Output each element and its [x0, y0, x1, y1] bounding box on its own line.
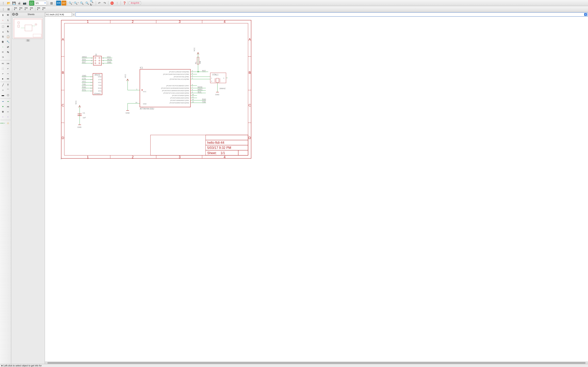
layout3-button[interactable] [24, 7, 29, 12]
wrench-tool[interactable]: 🔧 [6, 39, 10, 44]
svg-text:1: 1 [87, 20, 89, 24]
text-tool[interactable]: T [6, 83, 10, 87]
pinswap-tool[interactable]: ⇆ [6, 50, 10, 54]
zoom-out-button[interactable]: 🔍⁻ [69, 1, 73, 6]
horizontal-scrollbar[interactable] [45, 361, 588, 364]
status-bar: Left-click to select object to get info … [0, 364, 588, 367]
select-tool[interactable]: ⬚ [0, 24, 5, 29]
rect-tool[interactable]: ▬ [0, 93, 5, 98]
move-tool[interactable]: ✥ [6, 24, 10, 29]
mirror-tool[interactable]: ⟁ [0, 29, 5, 34]
svg-text:13: 13 [192, 101, 194, 103]
svg-text:(PCINT2/AIN1/ADC2)PA2: (PCINT2/AIN1/ADC2)PA2 [170, 97, 189, 99]
arc-tool[interactable]: ⌒ [6, 88, 10, 92]
invoke-tool[interactable]: ⊃ [0, 55, 5, 59]
net-tool[interactable]: ━ [6, 99, 10, 104]
svg-text:TXD: TXD [202, 101, 206, 103]
svg-text:4: 4 [224, 20, 226, 24]
copy-tool[interactable]: ⎘ [0, 34, 5, 39]
go-button[interactable]: ⋮ [115, 1, 120, 6]
sheet-thumbnail[interactable] [12, 17, 43, 39]
paste-tool[interactable]: 📋 [6, 34, 10, 39]
canvas-area: 0.1 inch (-0.2 4.4) ▫ ⊕ 1 2 3 4 1 2 3 4 [45, 12, 588, 364]
svg-text:1uF: 1uF [83, 117, 86, 119]
stop-button[interactable]: ⛔ [109, 1, 114, 6]
name-tool[interactable]: R2 [0, 61, 5, 66]
svg-text:3: 3 [91, 82, 92, 83]
sheets-close-button[interactable]: ✕ [12, 13, 15, 16]
redo-button[interactable]: ↷ [102, 1, 107, 6]
dim-tool[interactable]: ↔ [6, 71, 10, 76]
module-tool[interactable]: ▫ [0, 114, 5, 119]
ripup-tool[interactable]: ≔ [6, 76, 10, 81]
zoom-in-button[interactable]: 🔍⁺ [74, 1, 79, 6]
show-tool[interactable]: 👁 [6, 13, 10, 17]
zoom-fit-button[interactable]: 🔍 [79, 1, 84, 6]
svg-text:12: 12 [192, 99, 194, 100]
page-selector[interactable]: 1/1 [35, 1, 47, 5]
command-line-input[interactable] [76, 12, 588, 17]
zoom-select-button[interactable]: 🔍 [85, 1, 89, 6]
svg-text:2: 2 [91, 79, 92, 81]
junction-tool[interactable]: ✦ [0, 104, 5, 109]
coord-mode-button[interactable]: ▫ [72, 12, 75, 17]
poly-tool[interactable]: ⬠ [6, 93, 10, 98]
gate-tool[interactable]: ⊂ [0, 50, 5, 54]
route-tool[interactable]: ▸ [0, 76, 5, 81]
cam-button[interactable]: 📷 [22, 1, 27, 6]
smash-tool[interactable]: ⸬ [0, 66, 5, 71]
svg-text:XTAL1: XTAL1 [212, 74, 218, 76]
layout4-button[interactable] [29, 7, 34, 12]
miter-tool[interactable]: ⌐ [6, 66, 10, 71]
layout1-button[interactable] [13, 7, 18, 12]
label-tool[interactable]: AB [6, 104, 10, 109]
print-button[interactable]: 🖨 [17, 1, 22, 6]
value-tool[interactable]: 10k [6, 61, 10, 66]
split-tool[interactable]: ⌐ [0, 71, 5, 76]
attr-tool[interactable]: ⊕ [0, 109, 5, 114]
replace-tool[interactable]: ⇄ [6, 44, 10, 49]
port-tool[interactable]: ▫ [6, 114, 10, 119]
svg-text:CTS: CTS [98, 79, 102, 81]
ulp-button[interactable]: ULP [61, 1, 66, 6]
svg-text:(PCINT6/OC1A/SDA/MOSI/ADC6)PA6: (PCINT6/OC1A/SDA/MOSI/ADC6)PA6 [161, 87, 189, 89]
svg-text:2: 2 [132, 20, 134, 24]
undo-button[interactable]: ↶ [97, 1, 102, 6]
svg-text:4: 4 [192, 70, 193, 72]
help-button[interactable]: ❓ [122, 1, 127, 6]
open-button[interactable]: 📂 [6, 1, 11, 6]
delete-tool[interactable]: 🗑 [0, 39, 5, 44]
svg-text:J1: J1 [95, 54, 97, 56]
sch-brd-button[interactable]: SCHBRD [29, 1, 34, 6]
designlink-button[interactable]: designlink [129, 1, 141, 5]
circle-tool[interactable]: ○ [0, 88, 5, 92]
library-button[interactable]: ▥ [49, 1, 54, 6]
layout6-button[interactable] [42, 7, 47, 12]
scr-button[interactable]: SCR [56, 1, 61, 6]
zoom-redraw-button[interactable]: 🔍↻ [90, 1, 95, 6]
info-tool[interactable]: ℹ [0, 13, 5, 17]
add-tool[interactable]: ▫ [0, 44, 5, 49]
svg-rect-6 [33, 34, 41, 37]
layout2-button[interactable] [18, 7, 24, 12]
layer-tool[interactable]: ▫ [0, 18, 5, 23]
svg-text:RST: RST [202, 70, 206, 72]
dim2-tool[interactable]: ↔ [6, 109, 10, 114]
svg-text:MISO: MISO [82, 56, 87, 58]
layout5-button[interactable] [36, 7, 41, 12]
erc-tool[interactable]: ERC✓ [0, 121, 5, 125]
save-button[interactable]: 💾 [11, 1, 16, 6]
bus-tool[interactable]: ━ [0, 99, 5, 104]
wire-tool[interactable]: ╱ [0, 83, 5, 87]
svg-text:(Black): (Black) [95, 74, 100, 76]
rotate-tool[interactable]: ↻ [6, 29, 10, 34]
mark-tool[interactable]: ⤹ [6, 18, 10, 23]
grid-button[interactable]: ⊞ [6, 7, 11, 12]
schematic-canvas[interactable]: ⊕ 1 2 3 4 1 2 3 4 A B C D A [45, 17, 588, 361]
sheets-title: Sheets [18, 13, 44, 16]
errors-tool[interactable]: ⚠ [6, 121, 10, 125]
sheets-collapse-button[interactable]: ▸ [15, 13, 18, 16]
svg-rect-0 [14, 19, 42, 38]
svg-text:GND: GND [143, 103, 147, 105]
svg-text:RXD: RXD [202, 98, 206, 100]
